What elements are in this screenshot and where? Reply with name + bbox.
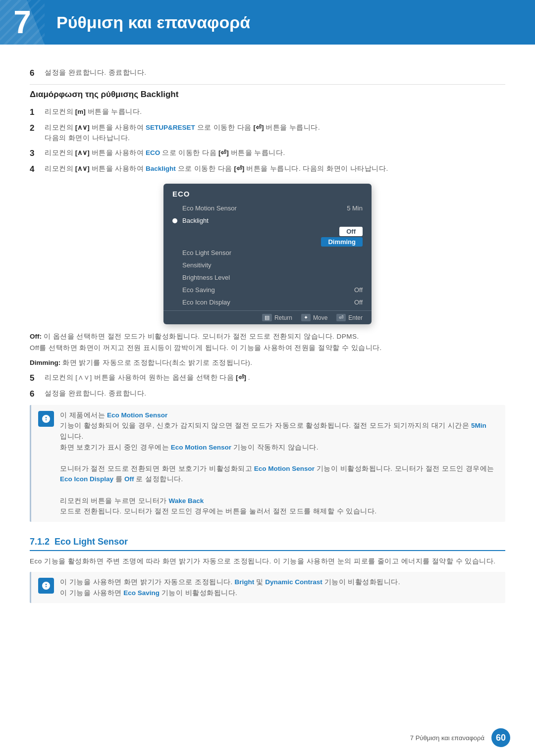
section-712-heading: 7.1.2 Eco Light Sensor: [30, 537, 505, 551]
return-icon: ▤: [262, 314, 272, 321]
step5-text: 리모컨의 [∧∨] 버튼을 사용하여 원하는 옵션을 선택한 다음 [⏎] .: [45, 372, 505, 383]
eco-row-light-sensor: Eco Light Sensor: [163, 247, 372, 259]
step4-row: 4 리모컨의 [∧∨] 버튼을 사용하여 Backlight 으로 이동한 다음…: [30, 163, 505, 175]
backlight-section-title: Διαμόρφωση της ρύθμισης Backlight: [30, 90, 505, 100]
top-step6-text: 설정을 완료합니다. 종료합니다.: [45, 67, 505, 78]
step1-row: 1 리모컨의 [m] 버튼을 누릅니다.: [30, 106, 505, 118]
eco-row-brightness-level: Brightness Level: [163, 271, 372, 284]
step5-num: 5: [30, 372, 45, 384]
eco-menu-rows: Eco Motion Sensor 5 Min Backlight Off Di…: [163, 202, 372, 308]
eco-row-backlight: Backlight: [163, 214, 372, 227]
step3-row: 3 리모컨의 [∧∨] 버튼을 사용하여 ECO 으로 이동한 다음 [⏎] 버…: [30, 148, 505, 159]
chapter-number-box: 7: [0, 0, 45, 45]
section-712-title: Eco Light Sensor: [54, 537, 128, 547]
eco-menu: ECO Eco Motion Sensor 5 Min Backlight: [163, 184, 372, 324]
step1-num: 1: [30, 106, 45, 118]
step3-text: 리모컨의 [∧∨] 버튼을 사용하여 ECO 으로 이동한 다음 [⏎] 버튼을…: [45, 148, 505, 158]
chapter-title-box: Ρύθμιση και επαναφορά: [45, 0, 535, 45]
step2-text: 리모컨의 [∧∨] 버튼을 사용하여 SETUP&RESET 으로 이동한 다음…: [45, 122, 505, 144]
section-712-desc: Eco 기능을 활성화하면 주변 조명에 따라 화면 밝기가 자동으로 조정됩니…: [30, 556, 505, 567]
note-text-712: 이 기능을 사용하면 화면 밝기가 자동으로 조정됩니다. Bright 및 D…: [60, 577, 400, 598]
step6-text: 설정을 완료합니다. 종료합니다.: [45, 388, 505, 399]
eco-menu-title: ECO: [163, 190, 372, 202]
eco-row-eco-saving: Eco Saving Off: [163, 284, 372, 296]
enter-icon: ⏎: [336, 314, 346, 321]
section-712-num: 7.1.2: [30, 537, 50, 547]
main-content: 6 설정을 완료합니다. 종료합니다. Διαμόρφωση της ρύθμι…: [0, 45, 535, 628]
off-option: Off: [339, 227, 363, 236]
enter-label: Enter: [348, 314, 363, 321]
return-label: Return: [274, 314, 292, 321]
footer-text: 7 Ρύθμιση και επαναφορά: [410, 734, 484, 742]
step3-num: 3: [30, 148, 45, 159]
note-text-1: 이 제품에서는 Eco Motion Sensor 기능이 활성화되어 있을 경…: [60, 410, 498, 517]
move-label: Move: [313, 314, 327, 321]
page-header: 7 Ρύθμιση και επαναφορά: [0, 0, 535, 45]
eco-menu-footer: ▤ Return ✦ Move ⏎ Enter: [163, 310, 372, 324]
step4-text: 리모컨의 [∧∨] 버튼을 사용하여 Backlight 으로 이동한 다음 […: [45, 163, 505, 174]
dimming-option: Dimming: [321, 237, 363, 247]
note-icon-712: [38, 578, 54, 594]
eco-menu-container: ECO Eco Motion Sensor 5 Min Backlight: [30, 184, 505, 324]
top-step6-row: 6 설정을 완료합니다. 종료합니다.: [30, 67, 505, 79]
note-box-712: 이 기능을 사용하면 화면 밝기가 자동으로 조정됩니다. Bright 및 D…: [30, 572, 505, 603]
footer-enter: ⏎ Enter: [336, 314, 363, 321]
step6-row: 6 설정을 완료합니다. 종료합니다.: [30, 388, 505, 400]
step2-row: 2 리모컨의 [∧∨] 버튼을 사용하여 SETUP&RESET 으로 이동한 …: [30, 122, 505, 144]
move-icon: ✦: [301, 314, 311, 321]
eco-row-sensitivity: Sensitivity: [163, 259, 372, 271]
step6-num: 6: [30, 388, 45, 400]
note-box-1: 이 제품에서는 Eco Motion Sensor 기능이 활성화되어 있을 경…: [30, 405, 505, 522]
footer-move: ✦ Move: [301, 314, 327, 321]
eco-row-eco-icon-display: Eco Icon Display Off: [163, 296, 372, 308]
note-icon-1: [38, 411, 54, 427]
eco-row-motion-sensor: Eco Motion Sensor 5 Min: [163, 202, 372, 214]
top-step6-num: 6: [30, 67, 45, 79]
chapter-title: Ρύθμιση και επαναφορά: [56, 13, 250, 32]
page-number: 60: [491, 728, 510, 747]
eco-row-off-dimming: Off Dimming: [163, 227, 372, 247]
chapter-number: 7: [13, 6, 31, 38]
step4-num: 4: [30, 163, 45, 175]
step2-num: 2: [30, 122, 45, 134]
page-footer: 7 Ρύθμιση και επαναφορά 60: [410, 728, 510, 747]
step1-text: 리모컨의 [m] 버튼을 누릅니다.: [45, 106, 505, 117]
dimming-desc: Dimming: 화면 밝기를 자동으로 조정합니다(최소 밝기로 조정됩니다)…: [30, 357, 505, 368]
step5-row: 5 리모컨의 [∧∨] 버튼을 사용하여 원하는 옵션을 선택한 다음 [⏎] …: [30, 372, 505, 384]
footer-return: ▤ Return: [262, 314, 292, 321]
off-desc: Off: 이 옵션을 선택하면 절전 모드가 비활성화됩니다. 모니터가 절전 …: [30, 331, 505, 353]
